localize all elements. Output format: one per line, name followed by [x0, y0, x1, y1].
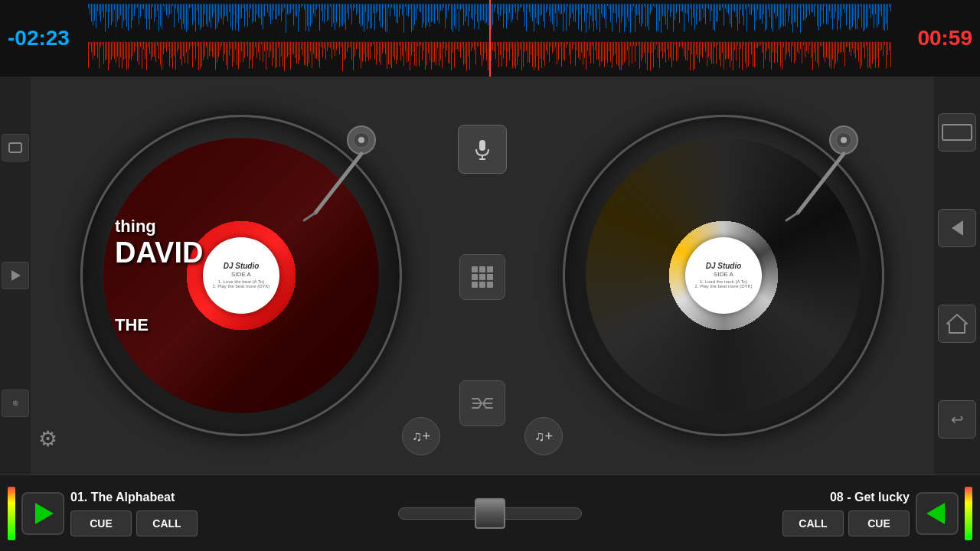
right-label-tracks: 1. Load the track (A To)2. Play the beat… [693, 278, 753, 290]
left-label-side: SIDE A [231, 271, 251, 278]
time-right: 00:59 [917, 26, 972, 51]
left-call-button[interactable]: CALL [136, 510, 198, 536]
waveform-container[interactable] [88, 0, 892, 77]
svg-line-13 [798, 154, 844, 213]
crossfader-thumb[interactable] [475, 498, 505, 529]
turntables-area: thing DAVID THE DJ Studio SIDE A 1. Love… [31, 77, 934, 474]
right-record-label: DJ Studio SIDE A 1. Load the track (A To… [685, 237, 762, 314]
svg-line-4 [304, 213, 315, 220]
svg-rect-0 [9, 143, 21, 152]
right-deck-controls: 08 - Get lucky CALL CUE [658, 475, 980, 552]
right-panel-arrow-btn[interactable] [938, 209, 976, 247]
svg-line-3 [315, 154, 361, 213]
right-volume-bar[interactable] [965, 487, 972, 540]
shuffle-button[interactable] [459, 380, 505, 426]
right-panel-screen-btn[interactable] [938, 113, 976, 152]
right-label-brand: DJ Studio [706, 262, 742, 271]
left-settings-icon[interactable]: ⚙ [38, 426, 57, 452]
svg-line-14 [786, 213, 798, 220]
right-track-name: 08 - Get lucky [830, 491, 910, 504]
right-panel-back-btn[interactable]: ↩ [938, 400, 976, 439]
left-panel-btn-play[interactable] [2, 262, 29, 289]
left-record-label: DJ Studio SIDE A 1. Love the beat (A To)… [203, 237, 279, 314]
svg-point-5 [358, 137, 364, 143]
left-tonearm [292, 121, 384, 228]
house-icon [946, 312, 969, 335]
center-controls [452, 77, 513, 474]
svg-point-15 [841, 137, 847, 143]
right-music-add-btn[interactable]: ♫+ [524, 417, 563, 455]
right-panel-house-btn[interactable] [938, 305, 976, 343]
right-cue-button[interactable]: CUE [848, 510, 910, 536]
left-deck-buttons: CUE CALL [70, 510, 314, 536]
left-turntable-outer[interactable]: thing DAVID THE DJ Studio SIDE A 1. Love… [80, 115, 402, 436]
bottom-bar: 01. The Alphabeat CUE CALL 08 - Get luck… [0, 474, 980, 551]
right-music-note-icon: ♫+ [534, 429, 553, 445]
left-cue-button[interactable]: CUE [70, 510, 132, 536]
left-turntable: thing DAVID THE DJ Studio SIDE A 1. Love… [31, 77, 452, 474]
time-left: -02:23 [8, 26, 70, 51]
left-music-add-btn[interactable]: ♫+ [402, 417, 440, 455]
left-track-info: 01. The Alphabeat CUE CALL [70, 491, 314, 536]
back-icon: ↩ [951, 410, 964, 429]
music-note-icon: ♫+ [412, 429, 430, 445]
left-play-button[interactable] [21, 492, 64, 535]
right-label-side: SIDE A [714, 271, 733, 278]
left-volume-bar[interactable] [8, 487, 15, 540]
left-label-tracks: 1. Love the beat (A To)2. Play the beat … [211, 278, 271, 290]
mic-icon [472, 139, 493, 160]
left-arrow-icon [952, 220, 963, 236]
crossfader-track[interactable] [398, 507, 582, 520]
svg-rect-6 [479, 140, 485, 151]
screen-icon [942, 124, 972, 141]
right-track-info: 08 - Get lucky CALL CUE [666, 491, 910, 536]
right-call-button[interactable]: CALL [782, 510, 844, 536]
right-panel: ↩ [934, 77, 980, 474]
playhead [489, 0, 491, 77]
right-play-icon [926, 503, 945, 524]
main-area: ⊕ thing DAVID THE DJ Studi [0, 77, 980, 474]
left-deck-controls: 01. The Alphabeat CUE CALL [0, 475, 322, 552]
grid-icon [472, 266, 493, 288]
svg-marker-16 [947, 315, 967, 333]
left-label-brand: DJ Studio [224, 262, 260, 271]
right-deck-buttons: CALL CUE [782, 510, 910, 536]
mic-button[interactable] [458, 125, 507, 174]
shuffle-icon [471, 394, 494, 412]
left-panel-btn-top[interactable] [2, 134, 29, 161]
crossfader-section [322, 507, 658, 520]
left-panel-btn-bottom[interactable]: ⊕ [2, 390, 29, 417]
right-turntable: DJ Studio SIDE A 1. Load the track (A To… [513, 77, 934, 474]
left-track-name: 01. The Alphabeat [70, 491, 314, 504]
right-play-button[interactable] [916, 492, 959, 535]
grid-button[interactable] [459, 254, 505, 300]
left-panel: ⊕ [0, 77, 31, 474]
waveform-section: -02:23 00:59 [0, 0, 980, 77]
right-tonearm [775, 121, 867, 228]
right-turntable-outer[interactable]: DJ Studio SIDE A 1. Load the track (A To… [563, 115, 884, 436]
left-play-icon [35, 503, 54, 524]
